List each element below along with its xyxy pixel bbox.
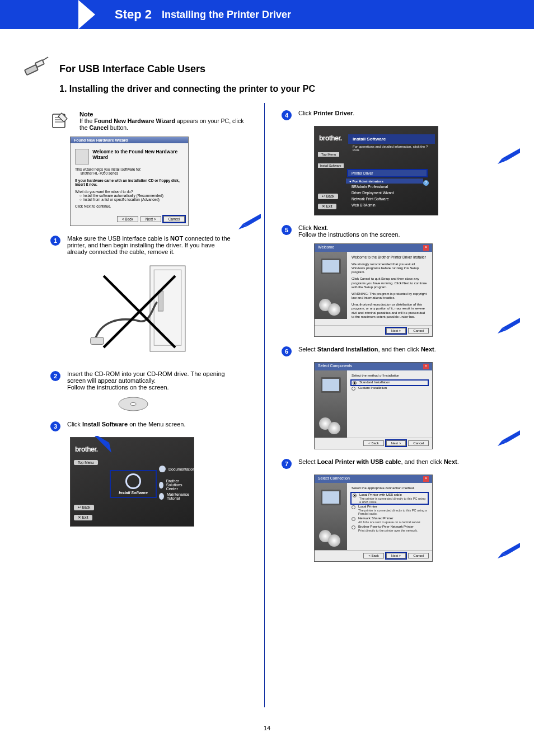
back-button[interactable]: < Back bbox=[117, 216, 138, 222]
web-bradmin-item[interactable]: Web BRAdmin bbox=[348, 202, 438, 208]
wizard-side-image bbox=[315, 483, 347, 550]
fig-wizard-connection: Select Connection× Select the appropriat… bbox=[314, 475, 507, 562]
dot-icon bbox=[159, 493, 164, 500]
section-subtitle: 1. Installing the driver and connecting … bbox=[59, 84, 512, 94]
pointer-arrow bbox=[92, 436, 111, 453]
svg-point-14 bbox=[130, 403, 136, 406]
page-header: Step 2 Installing the Printer Driver bbox=[0, 0, 534, 45]
svg-rect-0 bbox=[25, 65, 38, 75]
next-button[interactable]: Next > bbox=[386, 553, 406, 558]
step-2: 2 Insert the CD-ROM into your CD-ROM dri… bbox=[50, 370, 247, 391]
svg-rect-10 bbox=[91, 337, 104, 345]
fig-wizard-welcome: Welcome× Welcome to the Brother Printer … bbox=[314, 243, 507, 337]
back-button[interactable]: < Back bbox=[363, 440, 384, 446]
install-software-tile[interactable]: Install Software bbox=[111, 471, 156, 497]
wizard-side-image bbox=[315, 370, 347, 438]
network-shared-printer-radio[interactable]: Network Shared PrinterAll Jobs are sent … bbox=[352, 516, 428, 524]
svg-rect-1 bbox=[35, 60, 44, 67]
maintenance-tutorial-tile[interactable]: Maintenance Tutorial bbox=[159, 492, 194, 500]
step-number-6: 6 bbox=[282, 346, 292, 356]
wizard-welcome-dialog: Welcome× Welcome to the Brother Printer … bbox=[314, 243, 433, 337]
documentation-tile[interactable]: Documentation bbox=[159, 466, 195, 472]
section-title: For USB Interface Cable Users bbox=[59, 63, 205, 75]
svg-line-2 bbox=[43, 57, 48, 60]
pointer-arrow bbox=[498, 543, 520, 558]
step-1: 1 Make sure the USB interface cable is N… bbox=[50, 235, 247, 255]
step-7: 7 Select Local Printer with USB cable, a… bbox=[282, 458, 507, 469]
fig-cdrom bbox=[118, 396, 247, 412]
step-number-1: 1 bbox=[50, 236, 60, 246]
fig-found-new-hardware: Found New Hardware Wizard Welcome to the… bbox=[70, 137, 247, 226]
brother-menu-main: brother. Top Menu Install Software Docum… bbox=[70, 437, 194, 527]
close-icon[interactable]: × bbox=[423, 245, 429, 251]
pointer-arrow bbox=[498, 318, 520, 334]
step-number-7: 7 bbox=[282, 459, 292, 469]
disc-icon bbox=[125, 473, 141, 489]
dot-icon bbox=[159, 466, 166, 472]
wizard-connection-dialog: Select Connection× Select the appropriat… bbox=[314, 475, 433, 562]
brand-logo: brother. bbox=[71, 438, 194, 453]
step-number-4: 4 bbox=[282, 110, 292, 120]
exit-button[interactable]: ✕ Exit bbox=[318, 204, 336, 209]
cancel-button[interactable]: Cancel bbox=[408, 440, 429, 446]
pointer-arrow bbox=[498, 148, 520, 164]
step-number-3: 3 bbox=[50, 421, 60, 431]
dialog-found-new-hardware: Found New Hardware Wizard Welcome to the… bbox=[70, 137, 189, 226]
wizard-components-dialog: Select Components× Select the method of … bbox=[314, 362, 433, 449]
p2p-network-printer-radio[interactable]: Brother Peer-to-Peer Network PrinterPrin… bbox=[352, 525, 428, 532]
next-button[interactable]: Next > bbox=[386, 328, 406, 334]
cancel-button[interactable]: Cancel bbox=[163, 216, 185, 222]
fig-install-software: brother. Install Software For operations… bbox=[314, 126, 507, 215]
pointer-arrow bbox=[498, 430, 520, 446]
local-printer-radio[interactable]: Local PrinterThe printer is connected di… bbox=[352, 505, 428, 515]
left-column: Note If the Found New Hardware Wizard ap… bbox=[22, 101, 247, 707]
driver-deployment-wizard-item[interactable]: Driver Deployment Wizard bbox=[348, 190, 438, 196]
usb-printer-radio[interactable]: Local Printer with USB cableThe printer … bbox=[352, 493, 428, 504]
back-button[interactable]: ↩ Back bbox=[74, 505, 94, 510]
custom-installation-radio[interactable]: Custom Installation bbox=[352, 386, 428, 391]
close-icon[interactable]: × bbox=[423, 364, 429, 369]
for-administrators-section: ● For Administrators bbox=[346, 179, 423, 184]
install-software-title: Install Software bbox=[348, 134, 435, 144]
standard-installation-radio[interactable]: Standard Installation bbox=[352, 381, 428, 385]
cancel-button[interactable]: Cancel bbox=[408, 328, 429, 334]
pointer-arrow bbox=[238, 214, 261, 229]
step-4: 4 Click Printer Driver. bbox=[282, 110, 507, 120]
back-button[interactable]: ↩ Back bbox=[318, 194, 338, 199]
cancel-button[interactable]: Cancel bbox=[408, 553, 429, 558]
step-number-5: 5 bbox=[282, 225, 292, 235]
top-menu-button[interactable]: Top Menu bbox=[318, 152, 339, 157]
step-number-2: 2 bbox=[50, 371, 60, 381]
right-column: 4 Click Printer Driver. brother. Install… bbox=[282, 101, 507, 707]
solutions-center-tile[interactable]: Brother Solutions Center bbox=[159, 479, 194, 491]
fig-menu-screen: brother. Top Menu Install Software Docum… bbox=[70, 437, 247, 527]
exit-button[interactable]: ✕ Exit bbox=[74, 515, 92, 520]
header-step: Step 2 bbox=[115, 8, 152, 21]
next-button[interactable]: Next > bbox=[140, 216, 161, 222]
hardware-icon bbox=[75, 149, 89, 165]
section-heading: For USB Interface Cable Users bbox=[22, 55, 512, 83]
fig-do-not-connect bbox=[90, 261, 247, 361]
network-print-software-item[interactable]: Network Print Software bbox=[348, 196, 438, 202]
header-arrow bbox=[78, 0, 95, 29]
dot-icon bbox=[159, 482, 163, 489]
note-icon bbox=[50, 111, 69, 131]
help-icon[interactable]: ? bbox=[423, 180, 429, 186]
header-title: Installing the Printer Driver bbox=[162, 10, 291, 20]
install-software-button[interactable]: Install Software bbox=[318, 163, 344, 168]
step-3: 3 Click Install Software on the Menu scr… bbox=[50, 421, 247, 431]
back-button[interactable]: < Back bbox=[363, 553, 384, 558]
usb-icon bbox=[22, 55, 49, 83]
note-text: If the Found New Hardware Wizard appears… bbox=[79, 118, 243, 131]
printer-driver-item[interactable]: Printer Driver bbox=[348, 170, 427, 176]
fig-wizard-components: Select Components× Select the method of … bbox=[314, 362, 507, 449]
column-divider bbox=[264, 103, 265, 707]
top-menu-button[interactable]: Top Menu bbox=[74, 460, 98, 465]
next-button[interactable]: Next > bbox=[386, 440, 406, 446]
brother-menu-install: brother. Install Software For operations… bbox=[314, 126, 438, 215]
close-icon[interactable]: × bbox=[423, 476, 429, 482]
step-6: 6 Select Standard Installation, and then… bbox=[282, 346, 507, 356]
wizard-side-image bbox=[315, 252, 347, 319]
page-number: 14 bbox=[264, 725, 270, 731]
header-banner: Step 2 Installing the Printer Driver bbox=[78, 0, 534, 29]
